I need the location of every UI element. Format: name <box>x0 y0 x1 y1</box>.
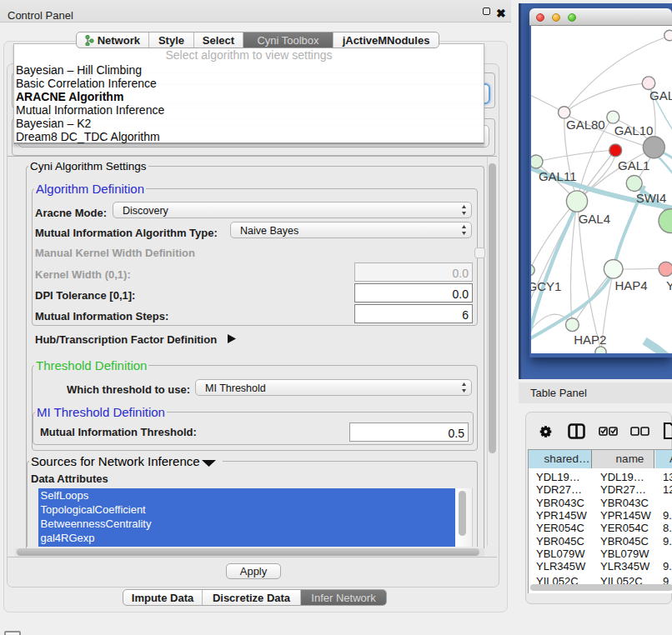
svg-text:GAL1: GAL1 <box>618 158 649 172</box>
svg-text:GAL11: GAL11 <box>539 169 577 183</box>
svg-text:Y: Y <box>666 278 672 292</box>
svg-text:GAL80: GAL80 <box>566 118 605 132</box>
svg-text:GAL4: GAL4 <box>579 212 610 226</box>
svg-text:HAP4: HAP4 <box>615 278 648 292</box>
svg-text:GAL: GAL <box>649 88 672 102</box>
svg-text:GCY1: GCY1 <box>531 279 561 293</box>
svg-text:HAP2: HAP2 <box>574 332 606 347</box>
svg-text:SWI4: SWI4 <box>636 191 667 205</box>
svg-text:GAL10: GAL10 <box>614 123 654 138</box>
